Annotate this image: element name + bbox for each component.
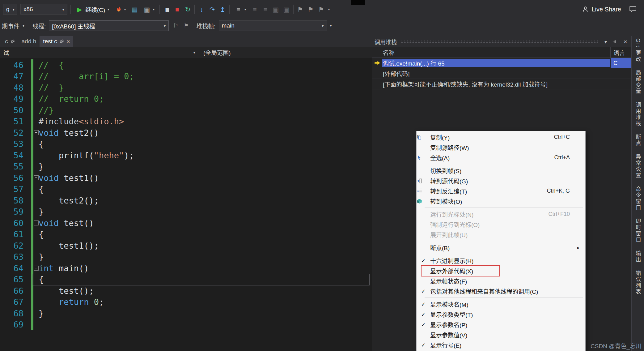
bookmark-prev-icon[interactable]: ⚑ xyxy=(307,6,315,13)
change-tracking-bar xyxy=(31,251,33,263)
call-stack-row-0[interactable]: 调试.exe!main(...) 行 65C xyxy=(372,58,631,68)
call-stack-row-2[interactable]: [下面的框架可能不正确和/或缺失, 没有为 kernel32.dll 加载符号] xyxy=(372,79,631,89)
tab-.c[interactable]: .c xyxy=(0,36,18,47)
platform-dropdown[interactable]: x86 ▾ xyxy=(20,4,67,15)
step-out-icon[interactable]: ↥ xyxy=(219,6,226,13)
menu-item-20[interactable]: ✓显示模块名(M) xyxy=(417,299,585,309)
menu-item-label: 转到模块(O) xyxy=(430,197,570,205)
pin-icon xyxy=(60,39,64,44)
side-tab-调用堆栈[interactable]: 调用堆栈 xyxy=(634,102,642,127)
side-tab-断点[interactable]: 断点 xyxy=(634,134,642,147)
menu-item-13[interactable]: 断点(B)▸ xyxy=(417,242,585,253)
code-text: { xyxy=(39,229,44,239)
step-over-icon[interactable]: ↷ xyxy=(208,6,216,13)
live-share-button[interactable]: Live Share xyxy=(582,6,621,13)
menu-item-shortcut: Ctrl+C xyxy=(554,134,577,140)
menu-item-6[interactable]: 转到反汇编(T)Ctrl+K, G xyxy=(417,186,585,196)
side-tab-局部变量[interactable]: 局部变量 xyxy=(634,70,642,95)
stack-frame-dropdown[interactable]: main ▾ xyxy=(219,20,327,31)
menu-item-2[interactable]: 全选(A)Ctrl+A xyxy=(417,152,585,163)
fold-collapse-icon[interactable]: − xyxy=(34,266,39,271)
menu-item-24[interactable]: ✓显示行号(E) xyxy=(417,340,585,350)
column-name[interactable]: 名称 xyxy=(382,48,610,57)
window-position-icon[interactable]: ▾ xyxy=(602,39,609,45)
call-stack-header[interactable]: 调用堆栈 ▾ × xyxy=(372,36,631,47)
call-stack-column-header[interactable]: 名称 语言 xyxy=(372,47,631,58)
windows-dropdown-button[interactable]: ▣ ▾ xyxy=(141,4,156,15)
column-language[interactable]: 语言 xyxy=(610,47,631,58)
auto-hide-pin-icon[interactable] xyxy=(612,40,619,44)
menu-item-17[interactable]: 显示帧状态(F) xyxy=(417,276,585,286)
disabled-tool-icon: ▣ xyxy=(283,6,290,13)
menu-item-9: 运行到光标处(N)Ctrl+F10 xyxy=(417,209,585,219)
solution-config-value: g xyxy=(6,6,10,13)
fold-collapse-icon[interactable]: − xyxy=(34,130,39,135)
line-number: 69 xyxy=(0,320,23,329)
side-tab-错误列表[interactable]: 错误列表 xyxy=(634,270,642,295)
tab-add.h[interactable]: add.h xyxy=(18,36,40,47)
menu-item-15[interactable]: ✓十六进制显示(H) xyxy=(417,255,585,266)
flag-icon[interactable]: ⚑ xyxy=(182,23,190,28)
side-tab-Git更改[interactable]: Git 更改 xyxy=(634,38,642,62)
continue-button[interactable]: ▶ 继续(C) ▾ xyxy=(74,4,111,15)
breadcrumb-project[interactable]: 试 ▾ xyxy=(0,47,198,58)
menu-separator xyxy=(425,208,583,208)
stop-icon[interactable]: ■ xyxy=(173,6,181,13)
current-statement-box xyxy=(32,274,370,285)
fold-collapse-icon[interactable]: − xyxy=(34,220,39,225)
side-tab-异常设置[interactable]: 异常设置 xyxy=(634,154,642,179)
fold-collapse-icon[interactable]: − xyxy=(34,175,39,180)
menu-item-16[interactable]: 显示外部代码(X) xyxy=(417,266,585,276)
change-tracking-bar xyxy=(31,116,33,127)
close-icon[interactable]: × xyxy=(66,38,70,45)
menu-item-23[interactable]: 显示参数值(V) xyxy=(417,330,585,340)
line-number: 48 xyxy=(0,83,23,92)
frame-language: C xyxy=(610,58,631,68)
flame-icon xyxy=(116,6,122,13)
call-stack-row-1[interactable]: [外部代码] xyxy=(372,68,631,79)
disabled-tool-icon: ≡ xyxy=(251,6,259,13)
side-tab-输出[interactable]: 输出 xyxy=(634,250,642,263)
side-tab-即时窗口[interactable]: 即时窗口 xyxy=(634,218,642,243)
hex-display-button[interactable]: ≡ ▾ xyxy=(233,4,248,15)
menu-item-18[interactable]: ✓包括对其他线程和来自其他线程的调用(C) xyxy=(417,286,585,296)
line-number: 54 xyxy=(0,151,23,160)
hot-reload-button[interactable]: ▾ xyxy=(114,4,128,15)
solution-config-dropdown[interactable]: g ▾ xyxy=(3,4,17,15)
watermark: CSDN @青色_忘川 xyxy=(591,341,642,350)
tab-test.c[interactable]: test.c× xyxy=(40,36,73,47)
frame-indicator-gutter xyxy=(372,58,382,68)
live-share-label: Live Share xyxy=(591,6,621,13)
breadcrumb-scope[interactable]: (全局范围) xyxy=(198,47,231,58)
menu-item-4[interactable]: 切换到帧(S) xyxy=(417,165,585,176)
bookmark-icon[interactable]: ⚑ xyxy=(297,6,304,13)
pause-icon[interactable]: ▮▮ xyxy=(163,7,170,12)
goto-source-icon xyxy=(417,178,430,184)
thread-dropdown[interactable]: [0xAB60] 主线程 ▾ xyxy=(49,20,169,31)
close-icon[interactable]: × xyxy=(622,38,629,45)
code-text: { xyxy=(39,184,44,194)
menu-item-21[interactable]: ✓显示参数类型(T) xyxy=(417,309,585,319)
restart-icon[interactable]: ↻ xyxy=(184,6,191,13)
menu-item-1[interactable]: 复制源路径(W) xyxy=(417,142,585,152)
feedback-icon[interactable] xyxy=(629,6,637,13)
menu-item-7[interactable]: 转到模块(O) xyxy=(417,196,585,206)
flag-outline-icon[interactable]: ⚐ xyxy=(172,23,179,28)
code-text: #include<stdio.h> xyxy=(39,117,124,126)
line-number: 57 xyxy=(0,184,23,194)
bookmark-next-icon[interactable]: ⚑ xyxy=(318,6,325,13)
line-number: 60 xyxy=(0,218,23,228)
chevron-down-icon: ▾ xyxy=(153,7,155,11)
toolbar-overflow-icon[interactable]: ▾ xyxy=(330,24,332,28)
drag-handle[interactable] xyxy=(400,40,599,44)
select-all-icon xyxy=(417,155,430,161)
diagnostics-icon[interactable]: ▦ xyxy=(131,6,138,13)
check-icon: ✓ xyxy=(421,322,426,328)
step-into-icon[interactable]: ↓ xyxy=(198,6,205,13)
change-tracking-bar xyxy=(31,139,33,150)
side-tab-命令窗口[interactable]: 命令窗口 xyxy=(634,186,642,211)
menu-item-5[interactable]: 转到源代码(G) xyxy=(417,176,585,186)
menu-item-0[interactable]: 复制(Y)Ctrl+C xyxy=(417,132,585,142)
menu-item-22[interactable]: ✓显示参数名(P) xyxy=(417,319,585,330)
menu-item-label: 显示帧状态(F) xyxy=(430,277,570,285)
